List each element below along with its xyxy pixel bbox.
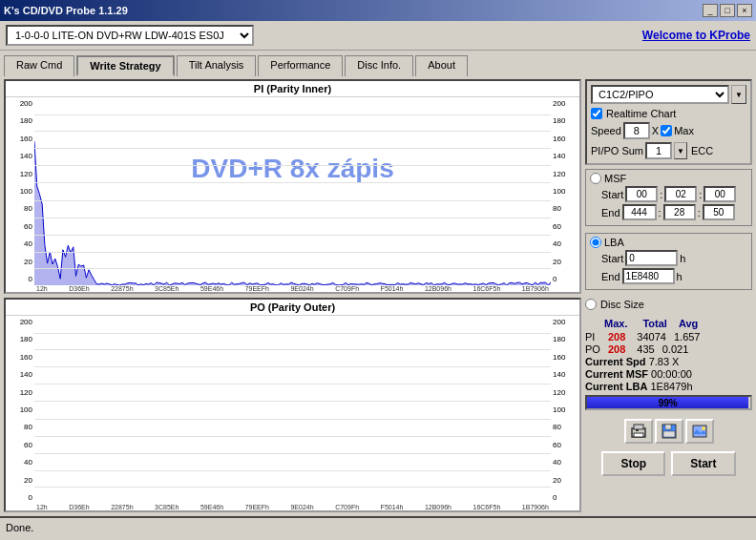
pipo-sum-row: PI/PO Sum ▼ ECC	[591, 142, 746, 159]
export-image-icon	[691, 423, 708, 440]
pi-x-labels: 12h D36Eh 22875h 3C85Eh 59E46h 79EEFh 9E…	[34, 285, 551, 292]
realtime-chart-checkbox[interactable]	[591, 108, 602, 119]
stats-total-header: Total	[642, 318, 666, 329]
lba-end-label: End	[601, 271, 620, 282]
speed-input[interactable]	[623, 122, 650, 139]
grid-line	[34, 401, 551, 402]
msf-start-s[interactable]	[704, 186, 736, 202]
stats-header: Max. Total Avg	[585, 318, 752, 329]
stop-button[interactable]: Stop	[601, 451, 665, 476]
po-chart-container: PO (Parity Outer) 200 180 160 140 120 10…	[4, 298, 581, 512]
status-bar: Done.	[0, 516, 756, 537]
current-lba-label: Current LBA	[585, 381, 647, 392]
msf-radio[interactable]	[590, 173, 601, 184]
current-spd-row: Current Spd 7.83 X	[585, 356, 752, 367]
grid-line	[34, 333, 551, 334]
msf-end-m[interactable]	[663, 204, 696, 220]
disc-size-radio[interactable]	[585, 299, 597, 310]
lba-h-label: h	[680, 253, 685, 264]
tab-tilt-analysis[interactable]: Tilt Analysis	[177, 55, 257, 76]
analysis-mode-row: C1C2/PIPOC1C2/CAPAPI/PO ▼	[591, 85, 746, 104]
pi-max-val: 208	[608, 331, 625, 343]
print-button[interactable]	[624, 419, 653, 444]
toolbar: 1-0-0-0 LITE-ON DVD+RW LDW-401S ES0J Wel…	[0, 21, 756, 51]
tab-disc-info[interactable]: Disc Info.	[345, 55, 413, 76]
grid-line	[34, 200, 551, 201]
lba-end-h-label: h	[677, 271, 682, 282]
msf-start-h[interactable]	[625, 186, 658, 202]
realtime-chart-row: Realtime Chart	[591, 108, 746, 119]
charts-area: PI (Parity Inner) 200 180 160 140 120 10…	[4, 79, 581, 512]
grid-line	[34, 252, 551, 253]
tab-performance[interactable]: Performance	[258, 55, 343, 76]
lba-radio[interactable]	[590, 237, 601, 248]
grid-line	[34, 349, 551, 350]
lba-end-input[interactable]	[622, 268, 675, 284]
pipo-sum-label: PI/PO Sum	[591, 145, 643, 156]
welcome-link[interactable]: Welcome to KProbe	[642, 29, 750, 42]
max-checkbox[interactable]	[661, 125, 672, 136]
drive-select[interactable]: 1-0-0-0 LITE-ON DVD+RW LDW-401S ES0J	[6, 25, 254, 46]
export-image-button[interactable]	[685, 419, 714, 444]
speed-x-label: X	[652, 125, 659, 136]
po-canvas	[34, 316, 551, 504]
current-lba-row: Current LBA 1E8479h	[585, 381, 752, 392]
msf-end-h[interactable]	[622, 204, 657, 220]
grid-line	[34, 131, 551, 132]
grid-line	[34, 148, 551, 149]
maximize-button[interactable]: □	[720, 4, 735, 17]
action-buttons: Stop Start	[585, 451, 752, 476]
po-max-val: 208	[608, 343, 625, 355]
pi-plot-area: DVD+R 8x zápis	[34, 97, 551, 285]
msf-end-label: End	[601, 207, 620, 218]
status-text: Done.	[6, 522, 33, 533]
analysis-mode-select[interactable]: C1C2/PIPOC1C2/CAPAPI/PO	[591, 85, 729, 104]
right-panel: C1C2/PIPOC1C2/CAPAPI/PO ▼ Realtime Chart…	[585, 79, 752, 512]
start-button[interactable]: Start	[671, 451, 735, 476]
title-bar: K's CD/DVD Probe 1.1.29 _ □ ×	[0, 0, 756, 21]
save-icon	[661, 423, 678, 440]
tab-raw-cmd[interactable]: Raw Cmd	[4, 55, 74, 76]
po-chart-inner: 200 180 160 140 120 100 80 60 40 20 0	[6, 316, 579, 504]
lba-start-row: Start h	[590, 250, 747, 266]
msf-end-s[interactable]	[703, 204, 735, 220]
grid-line	[34, 436, 551, 437]
po-plot-area	[34, 316, 551, 504]
combo-arrow-icon[interactable]: ▼	[731, 85, 746, 104]
pipo-sum-input[interactable]	[645, 142, 672, 159]
msf-start-label: Start	[601, 189, 623, 200]
window-controls: _ □ ×	[703, 4, 752, 17]
close-button[interactable]: ×	[737, 4, 752, 17]
po-x-labels: 12h D36Eh 22875h 3C85Eh 59E46h 79EEFh 9E…	[34, 504, 551, 510]
ecc-label: ECC	[691, 145, 713, 156]
pi-x-wrapper: 12h D36Eh 22875h 3C85Eh 59E46h 79EEFh 9E…	[6, 285, 579, 292]
lba-label: LBA	[604, 237, 624, 248]
progress-bar-inner: 99%	[587, 397, 748, 408]
pi-avg-val: 1.657	[674, 331, 701, 343]
pi-chart-title: PI (Parity Inner)	[6, 81, 579, 97]
speed-row: Speed X Max	[591, 122, 746, 139]
msf-radio-row: MSF	[590, 173, 747, 184]
max-label: Max	[674, 125, 694, 136]
pi-total-val: 34074	[637, 331, 666, 343]
grid-line	[34, 470, 551, 471]
po-total-val: 435	[637, 343, 654, 355]
save-button[interactable]	[655, 419, 683, 444]
svg-rect-5	[665, 425, 671, 429]
pipo-combo-arrow[interactable]: ▼	[674, 142, 687, 159]
minimize-button[interactable]: _	[703, 4, 718, 17]
lba-start-input[interactable]	[625, 250, 678, 266]
disc-size-row: Disc Size	[585, 297, 752, 312]
tab-write-strategy[interactable]: Write Strategy	[76, 55, 174, 76]
msf-start-m[interactable]	[664, 186, 697, 202]
grid-line	[34, 419, 551, 420]
print-icon	[630, 423, 647, 440]
main-content: PI (Parity Inner) 200 180 160 140 120 10…	[0, 75, 756, 516]
tab-about[interactable]: About	[415, 55, 468, 76]
analysis-control-group: C1C2/PIPOC1C2/CAPAPI/PO ▼ Realtime Chart…	[585, 79, 752, 165]
svg-rect-1	[634, 425, 643, 429]
svg-point-9	[702, 426, 705, 430]
grid-line	[34, 384, 551, 384]
grid-line	[34, 487, 551, 488]
current-msf-val: 00:00:00	[651, 368, 692, 380]
